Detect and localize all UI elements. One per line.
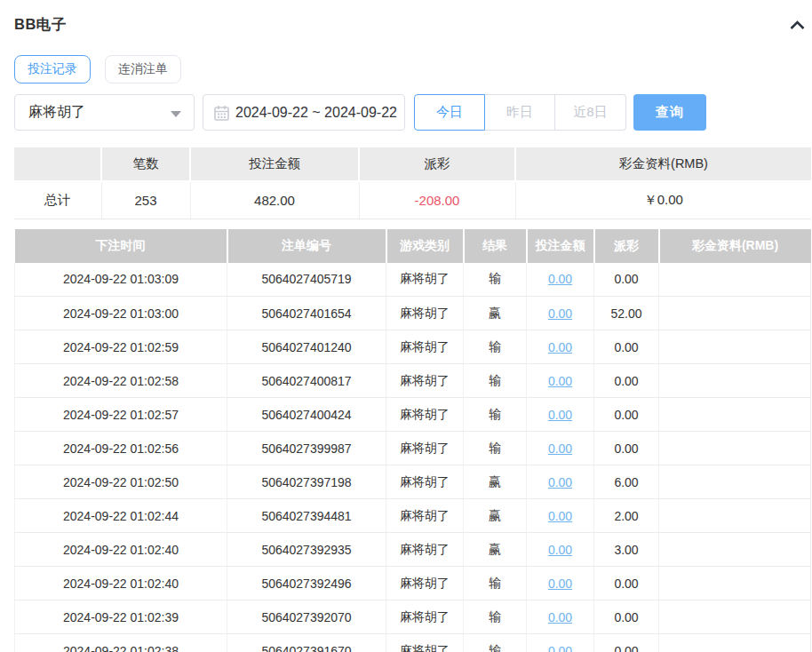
query-button[interactable]: 查询	[633, 94, 706, 131]
bet-time-cell: 2024-09-22 01:02:59	[15, 330, 227, 364]
bet-number-cell: 5064027391670	[227, 634, 386, 652]
payout-cell: 0.00	[594, 263, 659, 297]
bet-amount-cell: 0.00	[527, 364, 594, 398]
game-type-cell: 麻将胡了	[386, 634, 464, 652]
payout-cell: 6.00	[594, 465, 659, 499]
result-cell: 输	[464, 432, 527, 465]
bet-amount-link[interactable]: 0.00	[548, 509, 572, 523]
bonus-cell	[659, 634, 811, 652]
result-cell: 输	[464, 600, 527, 634]
game-type-cell: 麻将胡了	[386, 398, 464, 432]
chevron-up-icon	[790, 20, 805, 29]
bonus-cell	[659, 465, 811, 499]
bet-amount-link[interactable]: 0.00	[548, 374, 572, 388]
bonus-cell	[659, 499, 811, 533]
game-type-cell: 麻将胡了	[386, 432, 464, 465]
col-header-bonus: 彩金资料(RMB)	[659, 229, 811, 263]
bet-number-cell: 5064027400424	[227, 398, 386, 432]
bet-time-cell: 2024-09-22 01:02:44	[15, 499, 227, 533]
bet-amount-link[interactable]: 0.00	[548, 576, 572, 591]
summary-header-bonus: 彩金资料(RMB)	[515, 147, 811, 181]
bet-time-cell: 2024-09-22 01:02:39	[15, 600, 227, 634]
summary-header-empty	[14, 147, 101, 181]
bet-amount-link[interactable]: 0.00	[548, 644, 572, 652]
summary-header-count: 笔数	[101, 147, 190, 181]
payout-cell: 3.00	[594, 533, 659, 567]
bonus-cell	[659, 364, 811, 398]
date-range-input[interactable]: 2024-09-22 ~ 2024-09-22	[203, 94, 405, 131]
range-yesterday-button[interactable]: 昨日	[485, 94, 555, 131]
result-cell: 赢	[464, 297, 527, 330]
game-type-cell: 麻将胡了	[386, 330, 464, 364]
col-header-payout: 派彩	[594, 229, 659, 263]
panel-title: BB电子	[14, 17, 67, 32]
game-type-cell: 麻将胡了	[386, 364, 464, 398]
bet-amount-cell: 0.00	[527, 398, 594, 432]
bonus-cell	[659, 600, 811, 634]
bet-amount-link[interactable]: 0.00	[548, 272, 572, 286]
filter-controls: 麻将胡了 2024-09-22 ~ 2024-09-22 今日 昨日 近8日 查…	[14, 94, 812, 131]
result-cell: 输	[464, 263, 527, 297]
result-cell: 赢	[464, 533, 527, 567]
table-row: 2024-09-22 01:02:405064027392935麻将胡了赢0.0…	[15, 533, 811, 567]
bet-records-table: 下注时间 注单编号 游戏类别 结果 投注金额 派彩 彩金资料(RMB) 2024…	[14, 229, 811, 652]
summary-total-label: 总计	[14, 181, 101, 219]
bonus-cell	[659, 432, 811, 465]
table-row: 2024-09-22 01:03:005064027401654麻将胡了赢0.0…	[15, 297, 811, 330]
bet-amount-cell: 0.00	[527, 499, 594, 533]
collapse-button[interactable]	[787, 15, 807, 35]
summary-total-bet-amount: 482.00	[190, 181, 359, 219]
bet-amount-link[interactable]: 0.00	[548, 441, 572, 456]
col-header-bet-amount: 投注金额	[527, 229, 594, 263]
bet-amount-link[interactable]: 0.00	[548, 543, 572, 557]
quick-range-group: 今日 昨日 近8日	[414, 94, 626, 131]
bet-amount-cell: 0.00	[527, 263, 594, 297]
bet-amount-cell: 0.00	[527, 330, 594, 364]
range-last8days-button[interactable]: 近8日	[555, 94, 626, 131]
game-select[interactable]: 麻将胡了	[14, 94, 195, 131]
bet-amount-link[interactable]: 0.00	[548, 610, 572, 624]
bet-number-cell: 5064027394481	[227, 499, 386, 533]
summary-total-payout: -208.00	[359, 181, 515, 219]
summary-table: 笔数 投注金额 派彩 彩金资料(RMB) 总计 253 482.00 -208.…	[14, 147, 811, 219]
bonus-cell	[659, 297, 811, 330]
bet-amount-cell: 0.00	[527, 297, 594, 330]
bet-time-cell: 2024-09-22 01:03:00	[15, 297, 227, 330]
result-cell: 输	[464, 634, 527, 652]
bet-time-cell: 2024-09-22 01:02:58	[15, 364, 227, 398]
bet-number-cell: 5064027401240	[227, 330, 386, 364]
bet-number-cell: 5064027405719	[227, 263, 386, 297]
summary-total-bonus: ￥0.00	[515, 181, 811, 219]
bet-amount-link[interactable]: 0.00	[548, 475, 572, 489]
bet-number-cell: 5064027400817	[227, 364, 386, 398]
game-type-cell: 麻将胡了	[386, 567, 464, 600]
date-range-value: 2024-09-22 ~ 2024-09-22	[235, 105, 397, 121]
result-cell: 输	[464, 567, 527, 600]
table-row: 2024-09-22 01:02:505064027397198麻将胡了赢0.0…	[15, 465, 811, 499]
bet-amount-link[interactable]: 0.00	[548, 340, 572, 354]
range-today-button[interactable]: 今日	[414, 94, 485, 131]
table-row: 2024-09-22 01:03:095064027405719麻将胡了输0.0…	[15, 263, 811, 297]
table-row: 2024-09-22 01:02:405064027392496麻将胡了输0.0…	[15, 567, 811, 600]
table-row: 2024-09-22 01:02:565064027399987麻将胡了输0.0…	[15, 432, 811, 465]
summary-header-bet-amount: 投注金额	[190, 147, 359, 181]
payout-cell: 2.00	[594, 499, 659, 533]
col-header-bet-time: 下注时间	[15, 229, 227, 263]
tab-cancelled-bets[interactable]: 连消注单	[105, 55, 181, 83]
bet-number-cell: 5064027392496	[227, 567, 386, 600]
bet-number-cell: 5064027399987	[227, 432, 386, 465]
summary-header-payout: 派彩	[359, 147, 515, 181]
tab-bet-records[interactable]: 投注记录	[14, 55, 91, 83]
summary-total-row: 总计 253 482.00 -208.00 ￥0.00	[14, 181, 811, 219]
col-header-result: 结果	[464, 229, 527, 263]
bonus-cell	[659, 263, 811, 297]
bet-time-cell: 2024-09-22 01:02:40	[15, 567, 227, 600]
bet-amount-link[interactable]: 0.00	[548, 306, 572, 321]
bet-time-cell: 2024-09-22 01:02:38	[15, 634, 227, 652]
bet-time-cell: 2024-09-22 01:02:40	[15, 533, 227, 567]
bet-amount-link[interactable]: 0.00	[548, 408, 572, 422]
bet-time-cell: 2024-09-22 01:02:56	[15, 432, 227, 465]
bonus-cell	[659, 533, 811, 567]
payout-cell: 0.00	[594, 600, 659, 634]
table-row: 2024-09-22 01:02:575064027400424麻将胡了输0.0…	[15, 398, 811, 432]
